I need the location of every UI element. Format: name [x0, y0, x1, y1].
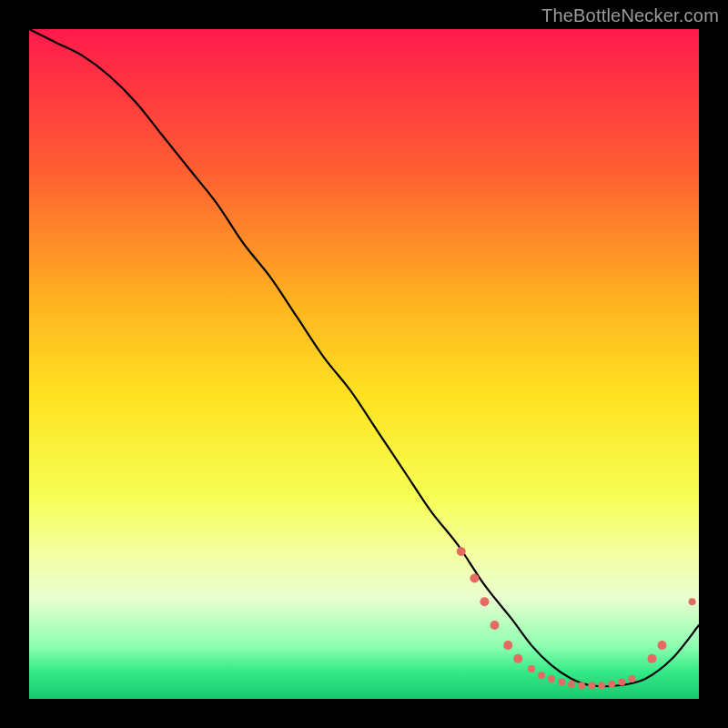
data-marker [528, 665, 535, 672]
data-marker [470, 574, 479, 583]
data-marker [503, 641, 512, 650]
data-marker [647, 654, 656, 663]
data-marker [608, 681, 615, 688]
chart-container: TheBottleNecker.com [0, 0, 728, 728]
data-marker [578, 682, 585, 689]
data-marker [548, 675, 555, 682]
attribution-label: TheBottleNecker.com [541, 5, 719, 26]
data-marker [538, 672, 545, 679]
data-marker [628, 675, 635, 682]
data-marker [689, 598, 696, 605]
data-marker [588, 682, 595, 689]
bottleneck-chart [29, 29, 699, 699]
data-marker [490, 621, 500, 630]
data-marker [558, 679, 565, 686]
data-marker [480, 597, 489, 606]
gradient-background [29, 29, 699, 699]
data-marker [457, 547, 466, 556]
data-marker [658, 641, 667, 650]
data-marker [598, 682, 605, 689]
data-marker [618, 679, 625, 686]
data-marker [568, 681, 575, 688]
plot-area [29, 29, 699, 699]
data-marker [513, 654, 522, 663]
